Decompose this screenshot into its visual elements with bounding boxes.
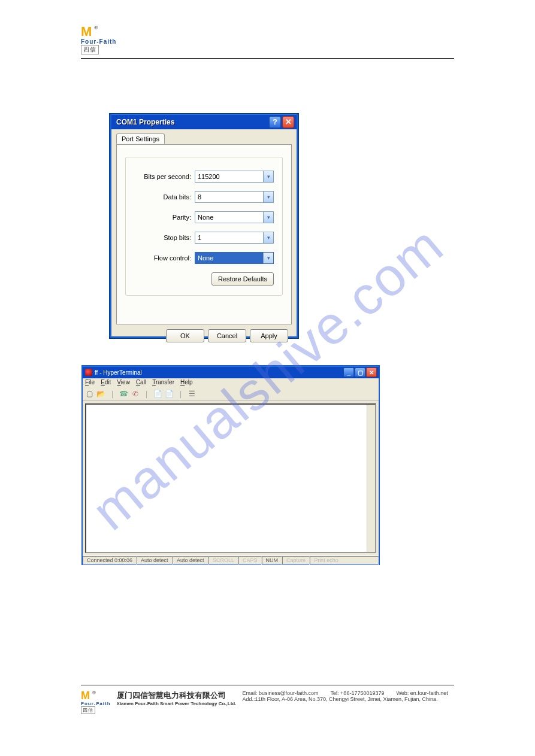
status-connected: Connected 0:00:06 — [83, 556, 137, 565]
footer-tel: Tel: +86-17750019379 — [331, 690, 385, 696]
header-logo: M ® Four-Faith 四信 — [81, 25, 116, 54]
company-name-en: Xiamen Four-Faith Smart Power Technology… — [117, 701, 237, 706]
maximize-button[interactable]: ▢ — [355, 368, 365, 377]
brand-cn-text: 四信 — [81, 45, 99, 54]
settings-group: Bits per second: 115200 ▾ Data bits: 8 ▾… — [125, 157, 283, 296]
footer-company-block: 厦门四信智慧电力科技有限公司 Xiamen Four-Faith Smart P… — [117, 690, 237, 706]
chevron-down-icon: ▾ — [263, 212, 273, 223]
brand-text: Four-Faith — [81, 701, 111, 706]
footer-contact-block: Email: business@four-faith.com Tel: +86-… — [242, 690, 448, 702]
receive-icon[interactable]: 📄 — [165, 390, 174, 399]
tab-strip: Port Settings — [116, 133, 292, 145]
status-scroll: SCROLL — [208, 556, 238, 565]
status-bar: Connected 0:00:06 Auto detect Auto detec… — [83, 555, 379, 565]
databits-value: 8 — [198, 193, 201, 201]
status-autodetect2: Auto detect — [173, 556, 208, 565]
logo-m-icon: M — [81, 25, 92, 38]
close-button[interactable]: ✕ — [366, 368, 377, 377]
terminal-output[interactable] — [85, 403, 376, 553]
divider-icon: | — [142, 390, 151, 399]
window-title: ff - HyperTerminal — [95, 369, 142, 376]
status-capture: Capture — [282, 556, 310, 565]
dialog-title: COM1 Properties — [116, 118, 174, 126]
brand-cn-text: 四信 — [81, 706, 95, 714]
vertical-scrollbar[interactable] — [367, 405, 375, 552]
chevron-down-icon: ▾ — [263, 192, 273, 202]
stopbits-label: Stop bits: — [164, 234, 191, 241]
flowcontrol-label: Flow control: — [154, 254, 191, 262]
menu-view[interactable]: View — [117, 379, 130, 387]
send-icon[interactable]: 📄 — [153, 390, 162, 399]
chevron-down-icon: ▾ — [263, 171, 273, 182]
com1-properties-dialog: COM1 Properties ? ✕ Port Settings Bits p… — [110, 114, 298, 338]
footer-email: Email: business@four-faith.com — [242, 690, 318, 696]
parity-dropdown[interactable]: None ▾ — [195, 211, 274, 223]
chevron-down-icon: ▾ — [263, 232, 273, 243]
menu-edit[interactable]: Edit — [101, 379, 111, 387]
toolbar: ▢ 📂 | ☎ ✆ | 📄 📄 | ☰ — [83, 388, 379, 401]
window-titlebar: ff - HyperTerminal _ ▢ ✕ — [83, 366, 379, 378]
close-button[interactable]: ✕ — [282, 116, 294, 128]
databits-dropdown[interactable]: 8 ▾ — [195, 191, 274, 203]
bps-dropdown[interactable]: 115200 ▾ — [195, 171, 274, 183]
help-button[interactable]: ? — [269, 116, 281, 128]
app-icon — [85, 369, 92, 376]
registered-icon: ® — [94, 25, 98, 31]
dialog-titlebar: COM1 Properties ? ✕ — [111, 114, 297, 129]
menu-call[interactable]: Call — [136, 379, 146, 387]
logo-m-icon: M — [81, 690, 90, 701]
hyperterminal-window: ff - HyperTerminal _ ▢ ✕ File Edit View … — [81, 365, 380, 565]
menu-file[interactable]: File — [85, 379, 95, 387]
bps-value: 115200 — [198, 173, 220, 180]
menu-bar: File Edit View Call Transfer Help — [83, 378, 379, 388]
footer-logo: M ® Four-Faith 四信 — [81, 690, 111, 714]
disconnect-icon[interactable]: ✆ — [131, 390, 140, 399]
flowcontrol-value: None — [198, 254, 213, 262]
chevron-down-icon: ▾ — [263, 253, 273, 263]
stopbits-dropdown[interactable]: 1 ▾ — [195, 232, 274, 244]
properties-icon[interactable]: ☰ — [188, 390, 197, 399]
connect-icon[interactable]: ☎ — [119, 390, 128, 399]
parity-label: Parity: — [173, 214, 191, 221]
restore-defaults-button[interactable]: Restore Defaults — [211, 272, 274, 286]
bps-label: Bits per second: — [144, 173, 191, 180]
status-autodetect1: Auto detect — [137, 556, 173, 565]
cancel-button[interactable]: Cancel — [208, 329, 246, 342]
flowcontrol-dropdown[interactable]: None ▾ — [195, 252, 274, 264]
minimize-button[interactable]: _ — [343, 368, 354, 377]
menu-transfer[interactable]: Transfer — [152, 379, 174, 387]
page-footer: M ® Four-Faith 四信 厦门四信智慧电力科技有限公司 Xiamen … — [81, 685, 454, 714]
ok-button[interactable]: OK — [166, 329, 204, 342]
divider-icon: | — [176, 390, 185, 399]
registered-icon: ® — [92, 690, 96, 696]
company-name-cn: 厦门四信智慧电力科技有限公司 — [117, 690, 237, 701]
divider-icon: | — [108, 390, 117, 399]
status-num: NUM — [262, 556, 283, 565]
new-icon[interactable]: ▢ — [85, 390, 94, 399]
apply-button[interactable]: Apply — [250, 329, 288, 342]
page-header: M ® Four-Faith 四信 — [81, 25, 454, 59]
status-caps: CAPS — [238, 556, 262, 565]
brand-text: Four-Faith — [81, 38, 116, 45]
status-printecho: Print echo — [310, 556, 379, 565]
footer-web: Web: en.four-faith.net — [396, 690, 448, 696]
tab-port-settings[interactable]: Port Settings — [116, 133, 165, 144]
footer-address: Add.:11th Floor, A-06 Area, No.370, Chen… — [242, 696, 448, 702]
parity-value: None — [198, 214, 213, 221]
stopbits-value: 1 — [198, 234, 201, 241]
open-icon[interactable]: 📂 — [96, 390, 105, 399]
tab-panel: Bits per second: 115200 ▾ Data bits: 8 ▾… — [116, 145, 292, 324]
menu-help[interactable]: Help — [180, 379, 193, 387]
databits-label: Data bits: — [164, 193, 191, 201]
